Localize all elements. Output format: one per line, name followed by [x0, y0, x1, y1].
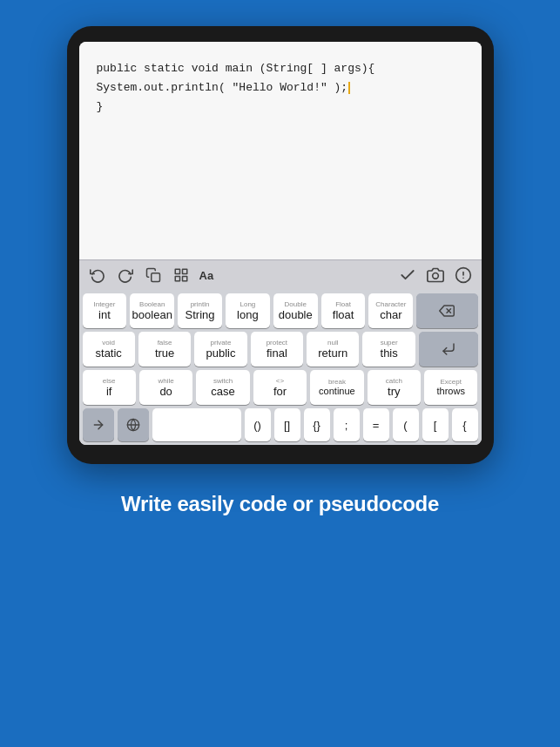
key-char[interactable]: Character char	[368, 293, 413, 328]
key-open-paren[interactable]: (	[393, 408, 419, 441]
key-open-bracket[interactable]: [	[422, 408, 449, 441]
key-double[interactable]: Double double	[273, 293, 318, 328]
key-true[interactable]: false true	[138, 332, 191, 367]
backspace-key[interactable]	[416, 293, 477, 328]
key-if[interactable]: else if	[83, 370, 136, 405]
symbol-keys: () [] {} ; = ( [ {	[245, 408, 478, 441]
key-this[interactable]: super this	[362, 332, 415, 367]
toolbar-right	[398, 266, 473, 285]
svg-rect-3	[182, 277, 186, 281]
key-continue[interactable]: break continue	[310, 370, 363, 405]
code-line-1: public static void main (String[ ] args)…	[97, 59, 464, 78]
keyboard: Integer int Boolean boolean println Stri…	[79, 290, 482, 445]
key-case[interactable]: switch case	[196, 370, 249, 405]
svg-rect-2	[182, 269, 186, 273]
key-parens[interactable]: ()	[245, 408, 271, 441]
key-boolean[interactable]: Boolean boolean	[130, 293, 174, 328]
return-key[interactable]	[419, 332, 478, 367]
code-line-2: System.out.println( "Hello World!" );	[97, 78, 464, 98]
code-editor[interactable]: public static void main (String[ ] args)…	[79, 42, 482, 259]
toolbar-left: Aa	[88, 266, 214, 285]
svg-rect-4	[175, 277, 179, 281]
key-public[interactable]: private public	[194, 332, 246, 367]
key-float[interactable]: Float float	[321, 293, 366, 328]
text-cursor	[348, 82, 350, 94]
copy-button[interactable]	[144, 266, 163, 285]
key-string[interactable]: println String	[178, 293, 222, 328]
tablet-screen: public static void main (String[ ] args)…	[79, 42, 482, 445]
key-int[interactable]: Integer int	[83, 293, 127, 328]
key-semicolon[interactable]: ;	[334, 408, 360, 441]
key-open-brace[interactable]: {	[452, 408, 478, 441]
key-for[interactable]: <> for	[253, 370, 307, 405]
key-do[interactable]: while do	[139, 370, 192, 405]
redo-button[interactable]	[116, 266, 135, 285]
tablet: public static void main (String[ ] args)…	[67, 26, 494, 464]
editor-toolbar: Aa	[79, 259, 482, 290]
font-size-button[interactable]: Aa	[199, 269, 214, 282]
settings-button[interactable]	[454, 266, 473, 285]
key-equals[interactable]: =	[363, 408, 389, 441]
key-brackets[interactable]: []	[274, 408, 300, 441]
key-long[interactable]: Long long	[226, 293, 270, 328]
camera-button[interactable]	[426, 266, 445, 285]
grid-button[interactable]	[172, 266, 191, 285]
key-try[interactable]: catch try	[368, 370, 421, 405]
tab-key[interactable]	[83, 408, 114, 441]
key-return[interactable]: null return	[307, 332, 359, 367]
globe-key[interactable]	[118, 408, 149, 441]
keyboard-bottom-row: () [] {} ; = ( [ {	[79, 405, 482, 445]
code-line-3: }	[97, 98, 464, 117]
key-braces[interactable]: {}	[304, 408, 330, 441]
space-bar[interactable]	[152, 408, 241, 441]
svg-point-5	[432, 273, 438, 279]
tagline: Write easily code or pseudocode	[121, 492, 439, 516]
svg-rect-0	[151, 273, 159, 282]
key-static[interactable]: void static	[83, 332, 135, 367]
key-throws[interactable]: Except throws	[424, 370, 477, 405]
undo-button[interactable]	[88, 266, 107, 285]
key-final[interactable]: protect final	[251, 332, 303, 367]
check-button[interactable]	[398, 266, 417, 285]
keyboard-row-2: void static false true private public pr…	[79, 328, 482, 367]
svg-rect-1	[175, 269, 179, 273]
keyboard-row-1: Integer int Boolean boolean println Stri…	[79, 290, 482, 328]
keyboard-row-3: else if while do switch case <> for brea…	[79, 367, 482, 405]
